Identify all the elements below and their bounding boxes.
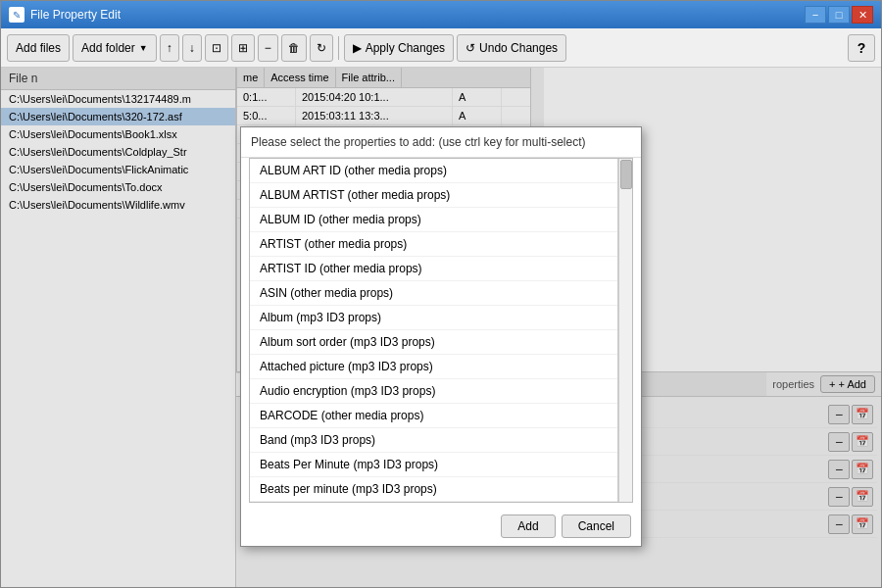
main-content: File n C:\Users\lei\Documents\132174489.… — [1, 68, 881, 587]
delete-button[interactable]: 🗑 — [281, 34, 307, 62]
maximize-button[interactable]: □ — [828, 6, 850, 24]
add-folder-button[interactable]: Add folder ▼ — [73, 34, 157, 62]
dropdown-list[interactable]: ALBUM ART ID (other media props)ALBUM AR… — [250, 159, 618, 502]
dropdown-item[interactable]: Album sort order (mp3 ID3 props) — [250, 330, 617, 355]
dropdown-item[interactable]: ALBUM ID (other media props) — [250, 208, 617, 232]
scroll-thumb — [620, 160, 632, 189]
dropdown-item[interactable]: Beats Per Minute (mp3 ID3 props) — [250, 453, 617, 477]
refresh-button[interactable]: ↻ — [310, 34, 333, 62]
add-files-button[interactable]: Add files — [7, 34, 70, 62]
dropdown-add-button[interactable]: Add — [501, 514, 555, 538]
dropdown-dialog: Please select the properties to add: (us… — [240, 126, 642, 547]
dropdown-cancel-button[interactable]: Cancel — [562, 514, 631, 538]
minus-button[interactable]: − — [258, 34, 278, 62]
dropdown-list-container: ALBUM ART ID (other media props)ALBUM AR… — [249, 158, 633, 503]
dropdown-item[interactable]: ARTIST ID (other media props) — [250, 257, 617, 281]
main-window: ✎ File Property Edit − □ ✕ Add files Add… — [0, 0, 882, 588]
minimize-button[interactable]: − — [805, 6, 826, 24]
dropdown-item[interactable]: ARTIST (other media props) — [250, 232, 617, 257]
dropdown-footer: Add Cancel — [241, 509, 641, 546]
undo-icon: ↺ — [466, 41, 475, 55]
dropdown-item[interactable]: Band (mp3 ID3 props) — [250, 428, 617, 453]
chevron-down-icon: ▼ — [139, 43, 148, 53]
window-controls: − □ ✕ — [805, 6, 873, 24]
dropdown-item[interactable]: ALBUM ARTIST (other media props) — [250, 183, 617, 208]
app-icon: ✎ — [9, 7, 24, 23]
window-title: File Property Edit — [30, 8, 805, 22]
move-down-button[interactable]: ↓ — [182, 34, 202, 62]
dropdown-item[interactable]: ALBUM ART ID (other media props) — [250, 159, 617, 183]
undo-changes-button[interactable]: ↺ Undo Changes — [457, 34, 566, 62]
dropdown-scrollbar[interactable] — [618, 159, 632, 502]
close-button[interactable]: ✕ — [852, 6, 873, 24]
toolbar-separator — [338, 36, 339, 60]
dropdown-header: Please select the properties to add: (us… — [241, 127, 641, 158]
help-button[interactable]: ? — [848, 34, 875, 62]
dropdown-item[interactable]: Audio encryption (mp3 ID3 props) — [250, 379, 617, 404]
title-bar: ✎ File Property Edit − □ ✕ — [1, 1, 881, 28]
dropdown-item[interactable]: Album (mp3 ID3 props) — [250, 306, 617, 330]
resize-button[interactable]: ⊡ — [205, 34, 228, 62]
grid-button[interactable]: ⊞ — [231, 34, 255, 62]
dropdown-item[interactable]: BARCODE (other media props) — [250, 404, 617, 428]
dropdown-item[interactable]: Beats per minute (mp3 ID3 props) — [250, 477, 617, 502]
toolbar: Add files Add folder ▼ ↑ ↓ ⊡ ⊞ − 🗑 ↻ ▶ A… — [1, 28, 881, 68]
apply-changes-button[interactable]: ▶ Apply Changes — [344, 34, 454, 62]
dropdown-item[interactable]: ASIN (other media props) — [250, 281, 617, 306]
dropdown-overlay: Please select the properties to add: (us… — [1, 68, 881, 587]
dropdown-item[interactable]: Attached picture (mp3 ID3 props) — [250, 355, 617, 379]
move-up-button[interactable]: ↑ — [160, 34, 179, 62]
apply-icon: ▶ — [353, 41, 362, 55]
